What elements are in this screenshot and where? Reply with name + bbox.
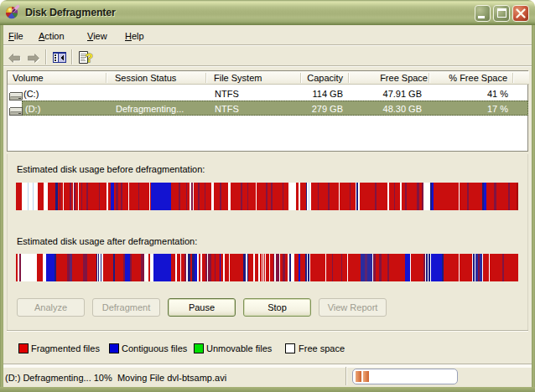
svg-text:?: ? (86, 50, 93, 64)
